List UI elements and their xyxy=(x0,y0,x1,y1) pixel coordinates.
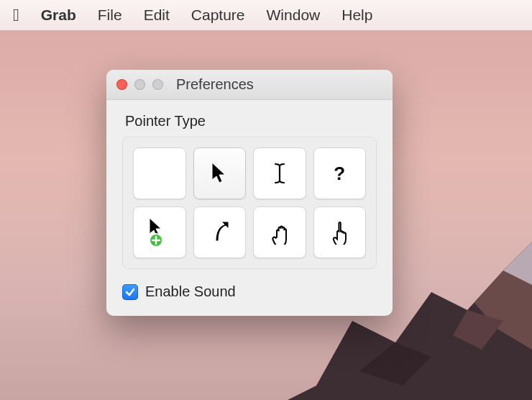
apple-menu-icon[interactable]:  xyxy=(13,5,19,25)
window-close-button[interactable] xyxy=(116,79,127,90)
menubar-item-window[interactable]: Window xyxy=(267,6,321,24)
window-content: Pointer Type ? xyxy=(106,100,393,316)
window-traffic-lights xyxy=(116,79,163,90)
svg-marker-2 xyxy=(453,310,503,350)
pointer-option-copy[interactable] xyxy=(133,206,186,258)
menubar-item-file[interactable]: File xyxy=(98,6,122,24)
ibeam-cursor-icon xyxy=(272,161,287,186)
copy-cursor-icon xyxy=(145,217,174,248)
menubar-item-help[interactable]: Help xyxy=(341,6,372,24)
svg-marker-1 xyxy=(474,271,532,350)
menubar:  Grab File Edit Capture Window Help xyxy=(0,0,532,30)
svg-marker-5 xyxy=(212,163,225,183)
pointer-grid: ? xyxy=(133,147,366,258)
checkmark-icon xyxy=(124,286,136,298)
preferences-window: Preferences Pointer Type xyxy=(106,70,393,316)
pointer-grid-container: ? xyxy=(122,137,377,269)
svg-marker-3 xyxy=(359,342,431,386)
svg-marker-4 xyxy=(503,242,532,285)
pointer-option-open-hand[interactable] xyxy=(253,206,306,258)
help-cursor-icon: ? xyxy=(334,163,345,185)
window-zoom-button[interactable] xyxy=(152,79,163,90)
menubar-app-name[interactable]: Grab xyxy=(41,6,76,24)
pointer-option-alias[interactable] xyxy=(193,206,247,258)
enable-sound-checkbox[interactable] xyxy=(122,284,138,300)
window-titlebar[interactable]: Preferences xyxy=(106,70,393,100)
pointer-option-arrow[interactable] xyxy=(193,147,247,199)
alias-cursor-icon xyxy=(208,219,230,245)
menubar-item-capture[interactable]: Capture xyxy=(191,6,245,24)
pointer-option-help[interactable]: ? xyxy=(313,147,367,199)
enable-sound-row: Enable Sound xyxy=(122,283,377,300)
window-minimize-button[interactable] xyxy=(134,79,145,90)
pointer-option-pointing-hand[interactable] xyxy=(313,206,367,258)
enable-sound-label: Enable Sound xyxy=(145,283,236,300)
window-title: Preferences xyxy=(176,76,254,93)
pointing-hand-cursor-icon xyxy=(329,220,350,245)
open-hand-cursor-icon xyxy=(267,220,292,245)
pointer-type-label: Pointer Type xyxy=(125,113,377,129)
pointer-option-none[interactable] xyxy=(133,147,186,199)
pointer-option-ibeam[interactable] xyxy=(253,147,306,199)
menubar-item-edit[interactable]: Edit xyxy=(144,6,170,24)
arrow-cursor-icon xyxy=(208,161,230,186)
